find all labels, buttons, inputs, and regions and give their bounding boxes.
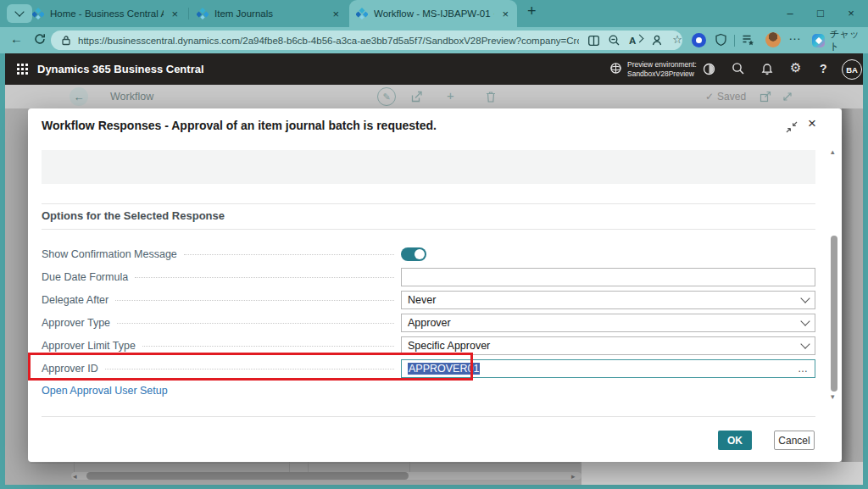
extension-icon[interactable]	[692, 33, 706, 47]
window-close-button[interactable]: ×	[836, 0, 866, 26]
read-aloud-icon[interactable]: A	[629, 36, 643, 46]
delete-trash-icon[interactable]	[485, 91, 497, 103]
app-title[interactable]: Dynamics 365 Business Central	[37, 63, 204, 75]
resize-expand-icon[interactable]	[782, 91, 793, 103]
new-tab-button[interactable]: +	[527, 3, 537, 20]
browser-toolbar: ← https://businesscentral.dynamics.com/2…	[0, 27, 868, 53]
save-status: ✓ Saved	[705, 91, 746, 103]
scroll-left-icon[interactable]: ◂	[73, 473, 77, 481]
profile-sync-icon[interactable]	[652, 35, 663, 46]
browser-profile-avatar[interactable]	[765, 32, 781, 47]
factbox-panel	[581, 462, 863, 485]
app-header: Dynamics 365 Business Central Preview en…	[5, 53, 863, 85]
scroll-down-icon[interactable]: ▾	[831, 393, 835, 401]
more-menu-icon[interactable]: …	[788, 28, 802, 42]
table-gridline	[31, 463, 580, 464]
leader-dots	[184, 254, 394, 255]
help-icon[interactable]: ?	[820, 62, 827, 75]
collections-icon[interactable]	[742, 34, 754, 46]
tab-close-icon[interactable]: ×	[500, 8, 510, 20]
scroll-right-icon[interactable]: ▸	[571, 473, 576, 481]
browser-tab-workflow-active[interactable]: Workflow - MS-IJBAPW-01 · Item J ×	[349, 0, 517, 27]
environment-line2: SandboxV28Preview	[627, 69, 697, 79]
environment-text[interactable]: Preview environment: SandboxV28Preview	[627, 60, 697, 78]
browser-tab-home[interactable]: Home - Business Central Admin C ×	[25, 0, 186, 27]
pencil-icon: ✎	[377, 87, 396, 106]
show-confirmation-toggle[interactable]	[401, 247, 426, 261]
share-icon[interactable]	[410, 91, 423, 103]
dialog-close-icon[interactable]: ×	[808, 115, 816, 132]
workflow-responses-dialog: Workflow Responses - Approval of an item…	[28, 108, 842, 462]
field-label: Show Confirmation Message	[42, 248, 177, 260]
toolbar-divider	[734, 35, 735, 47]
browser-tab-item-journals[interactable]: Item Journals ×	[190, 0, 348, 27]
annotation-highlight-box	[28, 353, 473, 381]
due-date-formula-value[interactable]	[408, 271, 809, 283]
tab-separator	[188, 8, 189, 19]
user-avatar[interactable]: BA	[842, 59, 862, 80]
saved-check-icon: ✓	[705, 91, 714, 103]
approver-type-select[interactable]: Approver	[401, 314, 815, 332]
url-text[interactable]: https://businesscentral.dynamics.com/2a9…	[78, 36, 579, 46]
browser-tab-strip: Home - Business Central Admin C × Item J…	[0, 0, 868, 27]
tab-close-icon[interactable]: ×	[170, 8, 180, 20]
copilot-button[interactable]: チャット	[812, 31, 868, 50]
copilot-label: チャット	[829, 28, 868, 53]
minimize-button[interactable]: –	[775, 0, 805, 26]
field-label: Approver Type	[42, 317, 110, 329]
assist-edit-icon[interactable]: …	[798, 363, 809, 375]
edit-button[interactable]: ✎	[377, 87, 396, 106]
field-row-due-date-formula: Due Date Formula	[42, 265, 815, 288]
field-label: Due Date Formula	[42, 271, 128, 283]
business-central-favicon-icon	[356, 8, 368, 19]
environment-line1: Preview environment:	[627, 60, 697, 69]
leader-dots	[142, 346, 394, 347]
select-value: Specific Approver	[408, 340, 490, 352]
chevron-down-icon	[14, 7, 24, 16]
field-row-delegate-after: Delegate After Never	[42, 288, 815, 311]
chevron-down-icon	[800, 293, 810, 303]
responses-grid-area	[42, 150, 815, 184]
zoom-out-icon[interactable]	[609, 35, 620, 46]
table-gridline	[289, 462, 290, 472]
divider	[42, 229, 815, 230]
app-launcher-waffle-icon[interactable]	[16, 63, 28, 75]
table-gridline	[308, 462, 309, 472]
popout-icon[interactable]	[760, 91, 771, 103]
tab-close-icon[interactable]: ×	[331, 8, 341, 20]
dialog-scrollbar-thumb[interactable]	[831, 236, 837, 392]
delegate-after-select[interactable]: Never	[401, 291, 815, 309]
new-plus-icon[interactable]: +	[447, 88, 454, 103]
field-label: Approver Limit Type	[42, 340, 136, 352]
notifications-bell-icon[interactable]	[760, 62, 774, 75]
leader-dots	[117, 323, 394, 324]
refresh-button[interactable]	[34, 33, 46, 45]
tab-title: Home - Business Central Admin C	[50, 8, 164, 19]
page-back-button[interactable]: ←	[70, 87, 88, 106]
header-copilot-icon[interactable]	[702, 62, 716, 76]
cancel-button[interactable]: Cancel	[774, 431, 815, 450]
due-date-formula-input[interactable]	[401, 268, 815, 286]
tab-title: Item Journals	[214, 8, 325, 19]
split-screen-icon[interactable]	[588, 36, 599, 46]
saved-label: Saved	[717, 91, 746, 103]
leader-dots	[115, 300, 394, 301]
scroll-up-icon[interactable]: ▴	[831, 148, 835, 156]
favorites-star-icon[interactable]: ☆	[672, 33, 682, 46]
search-icon[interactable]	[732, 62, 745, 75]
refresh-icon	[34, 33, 46, 45]
collapse-dialog-icon[interactable]	[786, 121, 798, 133]
ok-button[interactable]: OK	[718, 431, 752, 450]
horizontal-scrollbar-thumb[interactable]	[86, 472, 409, 480]
divider	[42, 416, 815, 417]
lock-icon	[61, 35, 71, 46]
browser-essentials-icon[interactable]	[715, 33, 727, 47]
settings-gear-icon[interactable]: ⚙	[790, 61, 801, 75]
open-approval-user-setup-link[interactable]: Open Approval User Setup	[42, 385, 168, 397]
address-bar[interactable]: https://businesscentral.dynamics.com/2a9…	[51, 31, 682, 50]
maximize-button[interactable]: □	[805, 0, 836, 26]
page-title: Workflow	[110, 91, 153, 103]
back-button[interactable]: ←	[10, 31, 23, 46]
divider	[42, 203, 815, 204]
table-gridline	[74, 462, 75, 472]
